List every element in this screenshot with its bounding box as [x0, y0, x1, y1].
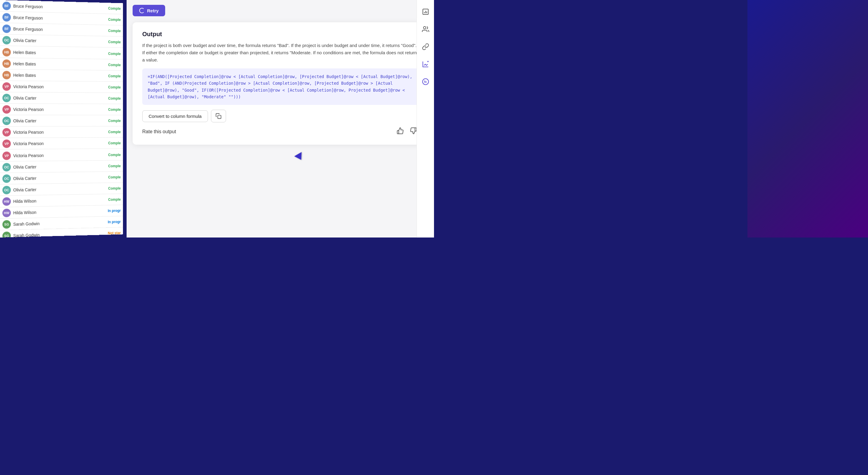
person-name: Victoria Pearson: [13, 153, 106, 158]
status-badge: Comple: [108, 164, 121, 168]
sidebar-icons: fx: [416, 0, 434, 238]
action-row: Convert to column formula: [142, 110, 418, 122]
thumbs-up-button[interactable]: [396, 126, 405, 137]
person-name: Victoria Pearson: [13, 84, 106, 90]
chart-sidebar-icon[interactable]: [420, 6, 431, 18]
avatar: OC: [2, 94, 11, 102]
avatar: OC: [2, 36, 11, 44]
person-name: Hilda Wilson: [13, 197, 106, 203]
ai-chart-sidebar-icon[interactable]: [420, 59, 431, 70]
users-sidebar-icon[interactable]: [420, 24, 431, 35]
person-name: Sarah Godwin: [13, 231, 105, 238]
table-row: HBHelen BatesComple: [0, 58, 123, 70]
status-badge: Comple: [108, 175, 121, 179]
table-row: VPVictoria PearsonComple: [0, 137, 123, 150]
status-badge: Comple: [108, 107, 121, 112]
status-badge: Not star: [108, 230, 121, 235]
convert-button[interactable]: Convert to column formula: [142, 110, 208, 122]
avatar: HB: [2, 71, 11, 79]
status-badge: Comple: [108, 96, 121, 100]
avatar: SG: [2, 220, 11, 229]
avatar: VP: [2, 151, 11, 160]
formula-icon: fx: [422, 78, 429, 85]
table-row: OCOlivia CarterComple: [0, 160, 123, 173]
svg-point-2: [424, 27, 426, 29]
output-title: Output: [142, 31, 418, 38]
spreadsheet-panel: BFBruce FergusonCompleBFBruce FergusonCo…: [0, 0, 123, 238]
person-name: Olivia Carter: [13, 164, 106, 169]
avatar: VP: [2, 105, 11, 114]
copy-button[interactable]: [211, 110, 226, 122]
person-name: Hilda Wilson: [13, 209, 105, 215]
ai-chart-icon: [422, 61, 429, 68]
link-sidebar-icon[interactable]: [420, 41, 431, 53]
retry-button[interactable]: Retry: [133, 5, 165, 16]
avatar: HW: [2, 197, 11, 205]
table-row: VPVictoria PearsonComple: [0, 149, 123, 162]
person-name: Sarah Godwin: [13, 220, 105, 227]
status-badge: Comple: [108, 74, 121, 78]
person-name: Olivia Carter: [13, 38, 106, 44]
avatar: SG: [2, 231, 11, 238]
link-icon: [422, 43, 429, 50]
table-row: HBHelen BatesComple: [0, 46, 123, 59]
output-panel: Retry Output If the project is both over…: [127, 0, 434, 238]
rate-label: Rate this output: [142, 129, 176, 134]
retry-label: Retry: [147, 8, 158, 13]
thumbs-down-icon: [410, 127, 417, 134]
output-card: Output If the project is both over budge…: [133, 22, 428, 145]
table-row: OCOlivia CarterComple: [0, 92, 123, 104]
person-name: Olivia Carter: [13, 119, 106, 123]
status-badge: Comple: [108, 141, 121, 145]
avatar: VP: [2, 82, 11, 91]
bar-chart-icon: [422, 8, 429, 15]
status-badge: Comple: [108, 119, 121, 123]
avatar: BF: [2, 13, 11, 22]
output-description: If the project is both over budget and o…: [142, 42, 418, 64]
status-badge: Comple: [108, 18, 121, 22]
table-row: VPVictoria PearsonComple: [0, 81, 123, 93]
avatar: HW: [2, 209, 11, 217]
avatar: BF: [2, 24, 11, 33]
person-name: Helen Bates: [13, 61, 106, 67]
status-badge: Comple: [108, 29, 121, 33]
status-badge: Comple: [108, 186, 121, 190]
avatar: OC: [2, 186, 11, 194]
table-row: VPVictoria PearsonComple: [0, 104, 123, 115]
person-name: Olivia Carter: [13, 186, 106, 192]
status-badge: In progr: [108, 219, 121, 224]
table-row: OCOlivia CarterComple: [0, 34, 123, 48]
person-name: Olivia Carter: [13, 175, 106, 181]
status-badge: Comple: [108, 40, 121, 44]
person-name: Victoria Pearson: [13, 130, 106, 135]
table-row: HBHelen BatesComple: [0, 69, 123, 82]
person-name: Bruce Ferguson: [13, 4, 106, 10]
avatar: HB: [2, 48, 11, 56]
status-badge: Comple: [108, 6, 121, 10]
person-name: Victoria Pearson: [13, 141, 106, 146]
rate-section: Rate this output: [142, 124, 418, 137]
svg-rect-0: [218, 116, 221, 119]
status-badge: Comple: [108, 153, 121, 157]
avatar: VP: [2, 139, 11, 148]
formula-text: =IF(AND([Projected Completion]@row < [Ac…: [148, 73, 413, 100]
person-name: Bruce Ferguson: [13, 26, 106, 33]
avatar: HB: [2, 59, 11, 68]
table-row: OCOlivia CarterComple: [0, 171, 123, 185]
mouse-cursor: [294, 152, 305, 162]
person-name: Olivia Carter: [13, 96, 106, 101]
rate-buttons: [396, 126, 418, 137]
copy-icon: [216, 113, 221, 119]
svg-text:fx: fx: [424, 80, 427, 84]
status-badge: Comple: [108, 197, 121, 201]
status-badge: Comple: [108, 63, 121, 67]
svg-point-3: [428, 61, 428, 62]
avatar: OC: [2, 117, 11, 125]
avatar: OC: [2, 174, 11, 183]
thumbs-up-icon: [397, 127, 404, 134]
status-badge: Comple: [108, 85, 121, 89]
users-icon: [422, 26, 429, 33]
retry-icon: [139, 8, 145, 13]
avatar: BF: [2, 1, 11, 10]
formula-sidebar-icon[interactable]: fx: [420, 76, 431, 87]
